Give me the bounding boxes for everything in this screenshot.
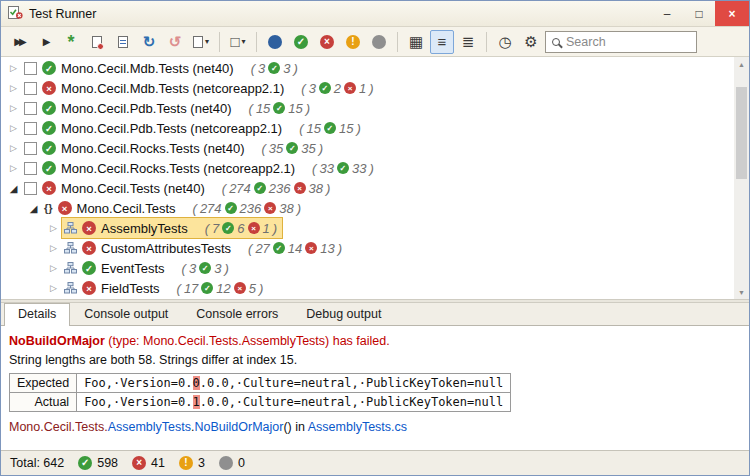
settings-button[interactable]: ⚙ [519, 30, 543, 54]
test-name: FieldTests [101, 281, 160, 296]
run-selected-icon: ▶ [43, 37, 48, 47]
class-icon [64, 242, 77, 254]
search-input[interactable] [566, 35, 690, 49]
run-list-button[interactable] [111, 30, 135, 54]
tree-row-content[interactable]: ✓Mono.Cecil.Rocks.Tests (net40)(35✓35) [22, 138, 328, 158]
tree-row-content[interactable]: ×FieldTests(17✓12×5) [62, 278, 268, 298]
scrollbar-thumb[interactable] [736, 87, 747, 179]
run-options-dropdown[interactable]: ▾ [189, 30, 213, 54]
tree-row[interactable]: ▷✓Mono.Cecil.Rocks.Tests (netcoreapp2.1)… [1, 158, 749, 178]
view-tree-button[interactable]: ≣ [456, 30, 480, 54]
refresh-icon: ↻ [143, 34, 156, 49]
namespace-text: Mono.Cecil.Tests. [9, 420, 108, 434]
expander-collapsed-icon[interactable]: ▷ [5, 143, 22, 153]
tree-row-content[interactable]: ×Mono.Cecil.Mdb.Tests (netcoreapp2.1)(3✓… [22, 78, 379, 98]
expander-collapsed-icon[interactable]: ▷ [45, 223, 62, 233]
class-icon [64, 282, 77, 294]
minimize-button[interactable]: – [651, 1, 683, 26]
tab-details[interactable]: Details [4, 303, 70, 326]
status-failed-icon: × [42, 181, 56, 195]
tree-row-content[interactable]: ✓Mono.Cecil.Pdb.Tests (netcoreapp2.1)(15… [22, 118, 366, 138]
tree-row[interactable]: ▷✓Mono.Cecil.Mdb.Tests (net40)(3✓3) [1, 58, 749, 78]
tree-row[interactable]: ▷✓Mono.Cecil.Pdb.Tests (net40)(15✓15) [1, 98, 749, 118]
test-checkbox[interactable] [24, 62, 37, 75]
status-passed-icon: ✓ [42, 101, 56, 115]
tree-row-content[interactable]: ×AssemblyTests(7✓6×1) [62, 218, 282, 238]
repeat-run-button[interactable]: ↺ [163, 30, 187, 54]
group-by-button[interactable]: ▦ [404, 30, 428, 54]
timer-button[interactable]: ◷ [493, 30, 517, 54]
scroll-up-icon[interactable]: ▲ [734, 57, 749, 71]
run-new-tests-button[interactable]: * [59, 30, 83, 54]
test-checkbox[interactable] [24, 122, 37, 135]
file-link[interactable]: AssemblyTests.cs [308, 420, 407, 434]
failed-count-icon: × [248, 222, 260, 234]
scroll-down-icon[interactable]: ▼ [734, 285, 749, 299]
test-checkbox[interactable] [24, 102, 37, 115]
test-checkbox[interactable] [24, 182, 37, 195]
test-checkbox[interactable] [24, 82, 37, 95]
tree-row-content[interactable]: ×Mono.Cecil.Tests (net40)(274✓236×38) [22, 178, 335, 198]
expander-collapsed-icon[interactable]: ▷ [5, 123, 22, 133]
failed-count: 41 [151, 456, 165, 470]
tree-row[interactable]: ▷✓Mono.Cecil.Rocks.Tests (net40)(35✓35) [1, 138, 749, 158]
tree-row-content[interactable]: ×CustomAttributesTests(27✓14×13) [62, 238, 347, 258]
tree-row[interactable]: ◢×Mono.Cecil.Tests (net40)(274✓236×38) [1, 178, 749, 198]
tab-console-output[interactable]: Console output [70, 303, 182, 325]
expander-collapsed-icon[interactable]: ▷ [45, 263, 62, 273]
toolbar-separator [219, 32, 220, 52]
view-options-dropdown[interactable]: □▾ [226, 30, 250, 54]
filter-passed-button[interactable]: ✓ [289, 30, 313, 54]
rerun-failed-tests-button[interactable] [85, 30, 109, 54]
filter-warning-button[interactable]: ! [341, 30, 365, 54]
expander-collapsed-icon[interactable]: ▷ [5, 63, 22, 73]
filter-notrun-button[interactable] [367, 30, 391, 54]
toolbar-separator [397, 32, 398, 52]
expander-expanded-icon[interactable]: ◢ [25, 203, 42, 214]
tree-row[interactable]: ▷×CustomAttributesTests(27✓14×13) [1, 238, 749, 258]
expander-expanded-icon[interactable]: ◢ [5, 183, 22, 194]
warning-count: 3 [198, 456, 205, 470]
tree-row-content[interactable]: ✓Mono.Cecil.Mdb.Tests (net40)(3✓3) [22, 58, 303, 78]
expander-collapsed-icon[interactable]: ▷ [45, 243, 62, 253]
scrollbar-track[interactable] [734, 71, 749, 285]
failed-count-icon: × [234, 282, 246, 294]
tree-row-content[interactable]: ✓Mono.Cecil.Rocks.Tests (netcoreapp2.1)(… [22, 158, 379, 178]
tree-row-content[interactable]: {}×Mono.Cecil.Tests(274✓236×38) [42, 198, 306, 218]
refresh-button[interactable]: ↻ [137, 30, 161, 54]
filter-failed-button[interactable]: × [315, 30, 339, 54]
maximize-button[interactable]: □ [683, 1, 715, 26]
expander-collapsed-icon[interactable]: ▷ [45, 283, 62, 293]
expander-collapsed-icon[interactable]: ▷ [5, 163, 22, 173]
class-link[interactable]: AssemblyTests [108, 420, 191, 434]
tree-row[interactable]: ▷×Mono.Cecil.Mdb.Tests (netcoreapp2.1)(3… [1, 78, 749, 98]
view-flat-list-button[interactable]: ≡ [430, 30, 454, 54]
diff-highlight: 1 [193, 395, 200, 409]
expander-collapsed-icon[interactable]: ▷ [5, 83, 22, 93]
tree-row[interactable]: ▷✓EventTests(3✓3) [1, 258, 749, 278]
title-bar[interactable]: Test Runner – □ × [1, 1, 749, 27]
tab-debug-output[interactable]: Debug output [292, 303, 395, 325]
tree-row[interactable]: ▷×AssemblyTests(7✓6×1) [1, 218, 749, 238]
tree-row-content[interactable]: ✓EventTests(3✓3) [62, 258, 234, 278]
tab-console-errors[interactable]: Console errors [182, 303, 292, 325]
tree-row[interactable]: ◢{}×Mono.Cecil.Tests(274✓236×38) [1, 198, 749, 218]
filter-all-button[interactable] [263, 30, 287, 54]
tree-row[interactable]: ▷✓Mono.Cecil.Pdb.Tests (netcoreapp2.1)(1… [1, 118, 749, 138]
test-counts: (7✓6×1) [205, 221, 277, 236]
tree-scrollbar[interactable]: ▲ ▼ [734, 57, 749, 299]
tree-row-content[interactable]: ✓Mono.Cecil.Pdb.Tests (net40)(15✓15) [22, 98, 315, 118]
method-link[interactable]: NoBuildOrMajor [195, 420, 284, 434]
status-passed-icon: ✓ [42, 61, 56, 75]
run-all-tests-button[interactable]: ▶▶ [7, 30, 31, 54]
tree-row[interactable]: ▷×FieldTests(17✓12×5) [1, 278, 749, 298]
test-name: Mono.Cecil.Rocks.Tests (netcoreapp2.1) [61, 161, 295, 176]
run-selected-tests-button[interactable]: ▶ [33, 30, 57, 54]
test-name: Mono.Cecil.Mdb.Tests (net40) [61, 61, 234, 76]
stopwatch-icon: ◷ [498, 34, 511, 49]
test-checkbox[interactable] [24, 142, 37, 155]
test-checkbox[interactable] [24, 162, 37, 175]
expander-collapsed-icon[interactable]: ▷ [5, 103, 22, 113]
close-button[interactable]: × [715, 1, 749, 26]
failed-count-icon: × [264, 202, 276, 214]
